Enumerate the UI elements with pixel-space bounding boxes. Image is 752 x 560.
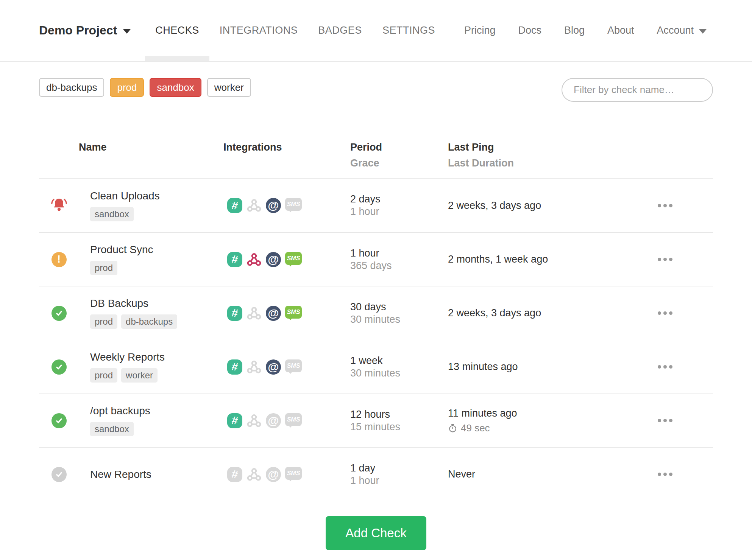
grace-value: 30 minutes bbox=[350, 367, 435, 380]
webhook-icon bbox=[247, 306, 262, 321]
webhook-icon bbox=[247, 252, 262, 267]
period-value: 1 hour bbox=[350, 247, 435, 260]
tag-filter-worker[interactable]: worker bbox=[207, 78, 251, 97]
chevron-down-icon bbox=[699, 29, 707, 34]
webhook-icon bbox=[247, 198, 262, 213]
account-label: Account bbox=[657, 25, 694, 36]
period-cell: 1 hour 365 days bbox=[338, 247, 435, 272]
row-menu-button[interactable] bbox=[656, 199, 674, 213]
sms-icon: SMS bbox=[285, 413, 302, 426]
project-switcher[interactable]: Demo Project bbox=[39, 0, 131, 61]
sms-icon: SMS bbox=[285, 198, 302, 211]
name-cell: Weekly Reports prodworker bbox=[79, 351, 215, 383]
last-ping-cell: Never bbox=[435, 468, 656, 480]
grace-value: 30 minutes bbox=[350, 313, 435, 326]
check-name-link[interactable]: Clean Uploads bbox=[90, 190, 215, 202]
table-row: ! Product Sync prod # @ SMS bbox=[39, 232, 713, 286]
last-duration-value: 49 sec bbox=[461, 422, 490, 434]
period-value: 12 hours bbox=[350, 408, 435, 421]
last-ping-value: 2 months, 1 week ago bbox=[448, 254, 656, 265]
sms-icon: SMS bbox=[285, 252, 302, 265]
last-ping-cell: 11 minutes ago 49 sec bbox=[435, 408, 656, 434]
row-menu-button[interactable] bbox=[656, 414, 674, 428]
check-tags: sandbox bbox=[90, 207, 215, 221]
add-check-button[interactable]: Add Check bbox=[326, 516, 426, 550]
period-cell: 1 week 30 minutes bbox=[338, 355, 435, 380]
row-menu-button[interactable] bbox=[656, 252, 674, 266]
nav-link-docs[interactable]: Docs bbox=[507, 25, 553, 36]
tag-chip: prod bbox=[90, 314, 117, 329]
nav-link-blog[interactable]: Blog bbox=[553, 25, 596, 36]
new-check-icon bbox=[51, 467, 67, 482]
check-name-link[interactable]: DB Backups bbox=[90, 297, 215, 310]
header-name: Name bbox=[79, 142, 215, 178]
grace-value: 15 minutes bbox=[350, 421, 435, 433]
check-name-link[interactable]: Weekly Reports bbox=[90, 351, 215, 363]
name-cell: New Reports bbox=[79, 468, 215, 481]
table-row: New Reports # @ SMS 1 day 1 hour bbox=[39, 447, 713, 501]
sms-icon: SMS bbox=[285, 359, 302, 372]
status-cell bbox=[51, 413, 67, 428]
up-check-icon bbox=[51, 359, 67, 375]
period-value: 1 week bbox=[350, 355, 435, 367]
tag-filter-sandbox[interactable]: sandbox bbox=[150, 78, 201, 97]
row-menu-cell bbox=[656, 414, 674, 428]
grace-value: 365 days bbox=[350, 260, 435, 272]
header-lastping-duration: Last Ping Last Duration bbox=[435, 142, 656, 178]
period-cell: 12 hours 15 minutes bbox=[338, 408, 435, 433]
tag-filter-prod[interactable]: prod bbox=[110, 78, 144, 97]
status-cell: ! bbox=[51, 252, 67, 267]
email-icon: @ bbox=[266, 306, 281, 321]
integrations-cell: # @ SMS bbox=[215, 359, 338, 375]
project-name: Demo Project bbox=[39, 23, 117, 37]
status-cell bbox=[50, 197, 68, 214]
tag-chip: db-backups bbox=[121, 314, 177, 329]
grace-value: 1 hour bbox=[350, 205, 435, 218]
row-menu-cell bbox=[656, 467, 674, 481]
tab-integrations[interactable]: INTEGRATIONS bbox=[209, 0, 308, 61]
email-icon: @ bbox=[266, 413, 281, 428]
table-row: DB Backups proddb-backups # @ SMS 30 day… bbox=[39, 286, 713, 340]
tab-badges[interactable]: BADGES bbox=[308, 0, 372, 61]
name-cell: DB Backups proddb-backups bbox=[79, 297, 215, 329]
slack-icon: # bbox=[227, 413, 242, 428]
row-menu-button[interactable] bbox=[656, 306, 674, 320]
account-menu[interactable]: Account bbox=[646, 25, 718, 36]
check-name-filter-input[interactable] bbox=[562, 78, 713, 102]
warning-icon: ! bbox=[51, 252, 67, 267]
sms-icon: SMS bbox=[285, 306, 302, 319]
up-check-icon bbox=[51, 306, 67, 321]
check-tags: sandbox bbox=[90, 422, 215, 436]
sms-icon: SMS bbox=[285, 467, 302, 480]
name-cell: /opt backups sandbox bbox=[79, 405, 215, 436]
last-ping-cell: 2 weeks, 3 days ago bbox=[435, 307, 656, 319]
stopwatch-icon bbox=[448, 423, 457, 433]
row-menu-cell bbox=[656, 306, 674, 320]
integrations-cell: # @ SMS bbox=[215, 198, 338, 213]
check-name-link[interactable]: /opt backups bbox=[90, 405, 215, 417]
last-ping-value: 13 minutes ago bbox=[448, 361, 656, 373]
period-value: 1 day bbox=[350, 462, 435, 474]
row-menu-button[interactable] bbox=[656, 467, 674, 481]
check-name-link[interactable]: Product Sync bbox=[90, 244, 215, 256]
chevron-down-icon bbox=[123, 29, 131, 34]
tab-settings[interactable]: SETTINGS bbox=[372, 0, 445, 61]
last-ping-value: 2 weeks, 3 days ago bbox=[448, 200, 656, 212]
webhook-icon bbox=[247, 413, 262, 428]
tag-filter-db-backups[interactable]: db-backups bbox=[39, 78, 104, 97]
tab-checks[interactable]: CHECKS bbox=[145, 0, 209, 61]
checks-table-body: Clean Uploads sandbox # @ SMS 2 days 1 h… bbox=[39, 179, 713, 501]
row-menu-button[interactable] bbox=[656, 360, 674, 374]
tag-chip: prod bbox=[90, 261, 117, 275]
tag-chip: worker bbox=[121, 368, 158, 383]
last-ping-cell: 2 weeks, 3 days ago bbox=[435, 200, 656, 212]
check-tags: proddb-backups bbox=[90, 314, 215, 329]
webhook-icon bbox=[247, 359, 262, 375]
last-ping-cell: 2 months, 1 week ago bbox=[435, 254, 656, 265]
nav-link-pricing[interactable]: Pricing bbox=[453, 25, 507, 36]
check-name-link[interactable]: New Reports bbox=[90, 468, 215, 481]
table-row: /opt backups sandbox # @ SMS 12 hours 15… bbox=[39, 394, 713, 447]
nav-link-about[interactable]: About bbox=[596, 25, 646, 36]
integrations-cell: # @ SMS bbox=[215, 306, 338, 321]
integrations-cell: # @ SMS bbox=[215, 467, 338, 482]
